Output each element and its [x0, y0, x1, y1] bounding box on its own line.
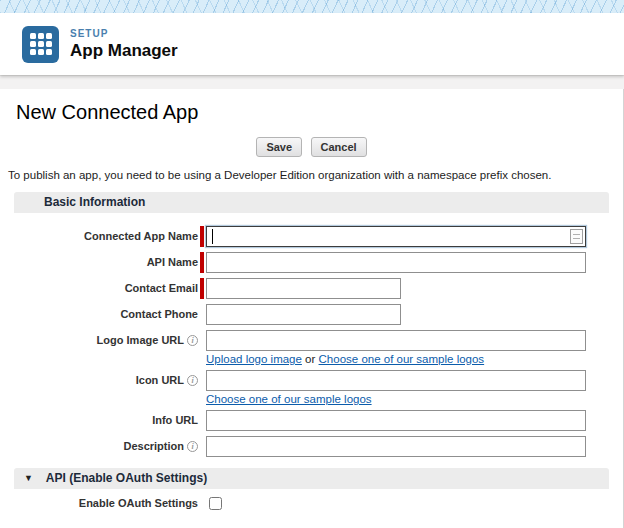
info-icon[interactable]: i [187, 335, 198, 346]
info-url-input[interactable] [206, 410, 586, 431]
enable-oauth-label: Enable OAuth Settings [0, 496, 198, 509]
icon-url-label: Icon URLi [0, 370, 198, 386]
required-indicator [200, 278, 204, 299]
setup-header: SETUP App Manager [0, 13, 624, 75]
section-basic-information: Basic Information [14, 192, 609, 213]
api-name-label: API Name [0, 252, 198, 268]
enable-oauth-checkbox[interactable] [209, 497, 222, 510]
collapse-icon[interactable]: ▼ [24, 468, 33, 489]
content-panel: New Connected App Save Cancel To publish… [0, 89, 624, 528]
or-text: or [305, 353, 315, 365]
notice-text: To publish an app, you need to be using … [8, 169, 623, 181]
info-url-label: Info URL [0, 410, 198, 426]
autofill-icon[interactable] [570, 229, 583, 244]
description-input[interactable] [206, 436, 586, 457]
icon-helper-links: Choose one of our sample logos [206, 393, 586, 405]
contact-phone-row: Contact Phone [0, 304, 623, 325]
logo-image-url-label: Logo Image URLi [0, 330, 198, 346]
info-icon[interactable]: i [187, 375, 198, 386]
section-basic-title: Basic Information [44, 195, 145, 209]
app-manager-icon [22, 26, 59, 63]
description-label: Descriptioni [0, 436, 198, 452]
icon-url-row: Icon URLi Choose one of our sample logos [0, 370, 623, 405]
sample-logos-link[interactable]: Choose one of our sample logos [206, 393, 372, 405]
contact-email-input[interactable] [206, 278, 401, 299]
api-name-row: API Name [0, 252, 623, 273]
api-name-input[interactable] [206, 252, 586, 273]
connected-app-name-label: Connected App Name [0, 226, 198, 242]
cancel-button[interactable]: Cancel [311, 137, 367, 157]
logo-helper-links: Upload logo image or Choose one of our s… [206, 353, 586, 365]
text-caret [212, 229, 213, 244]
info-icon[interactable]: i [187, 441, 198, 452]
setup-label: SETUP [70, 28, 178, 39]
connected-app-name-row: Connected App Name [0, 226, 623, 247]
logo-image-url-input[interactable] [206, 330, 586, 351]
contact-phone-label: Contact Phone [0, 304, 198, 320]
brand-band [0, 0, 624, 13]
contact-email-label: Contact Email [0, 278, 198, 294]
section-oauth-title: API (Enable OAuth Settings) [46, 471, 207, 485]
background-gap [0, 75, 624, 89]
connected-app-name-input[interactable] [206, 226, 586, 247]
section-oauth-settings[interactable]: ▼ API (Enable OAuth Settings) [14, 468, 609, 489]
app-manager-title: App Manager [70, 41, 178, 61]
info-url-row: Info URL [0, 410, 623, 431]
enable-oauth-row: Enable OAuth Settings [0, 496, 623, 517]
contact-email-row: Contact Email [0, 278, 623, 299]
page-title: New Connected App [16, 101, 623, 124]
upload-logo-link[interactable]: Upload logo image [206, 353, 302, 365]
grid-icon [30, 33, 52, 55]
logo-image-url-row: Logo Image URLi Upload logo image or Cho… [0, 330, 623, 365]
icon-url-input[interactable] [206, 370, 586, 391]
contact-phone-input[interactable] [206, 304, 401, 325]
sample-logos-link[interactable]: Choose one of our sample logos [319, 353, 485, 365]
button-row: Save Cancel [0, 137, 623, 157]
save-button[interactable]: Save [256, 137, 302, 157]
basic-information-form: Connected App Name API Name Contact Emai… [0, 226, 623, 457]
header-titles: SETUP App Manager [70, 28, 178, 61]
required-indicator [200, 226, 204, 247]
description-row: Descriptioni [0, 436, 623, 457]
required-indicator [200, 252, 204, 273]
